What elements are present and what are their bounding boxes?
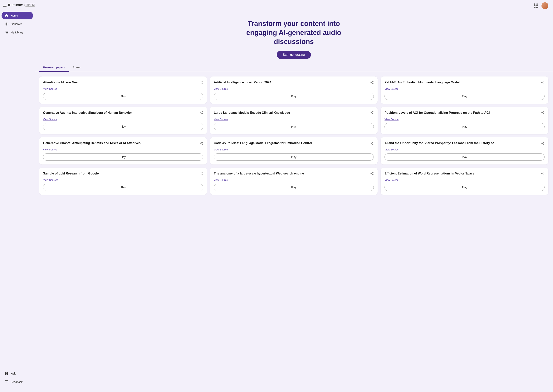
waveform-icon [5,22,8,26]
view-source-link[interactable]: View Source [385,179,545,181]
tab-research-papers[interactable]: Research papers [39,63,69,72]
sidebar-bottom: Help Feedback [0,370,35,389]
card-title: Generative Agents: Interactive Simulacra… [43,111,200,115]
share-icon[interactable] [370,111,374,115]
start-generating-button[interactable]: Start generating [277,51,311,59]
view-source-link[interactable]: View Source [43,118,203,121]
svg-rect-2 [6,23,7,26]
card-item: PaLM-E: An Embodied Multimodal Language … [381,77,548,104]
share-icon[interactable] [370,81,374,85]
share-icon[interactable] [370,141,374,146]
header-bar [35,0,553,12]
card-header: Position: Levels of AGI for Operationali… [385,111,545,115]
svg-line-9 [201,82,202,82]
play-button[interactable]: Play [43,184,203,191]
main-content: Transform your content into engaging AI-… [35,0,553,392]
svg-line-64 [542,173,543,173]
view-source-link[interactable]: View Source [43,87,203,90]
hero-title: Transform your content into engaging AI-… [236,19,351,46]
share-icon[interactable] [541,172,545,176]
view-source-link[interactable]: View Source [214,87,374,90]
play-button[interactable]: Play [385,123,545,130]
svg-line-19 [542,82,543,82]
card-header: PaLM-E: An Embodied Multimodal Language … [385,80,545,85]
svg-rect-4 [7,24,8,24]
play-button[interactable]: Play [214,153,374,161]
play-button[interactable]: Play [214,93,374,100]
tab-books[interactable]: Books [69,63,84,72]
play-button[interactable]: Play [43,153,203,161]
svg-line-13 [372,83,373,83]
help-icon [5,372,8,376]
svg-line-14 [372,82,373,82]
sidebar-item-help[interactable]: Help [1,370,33,377]
card-item: Position: Levels of AGI for Operationali… [381,107,548,134]
card-item: Sample of LLM Research from Google View … [39,168,207,195]
svg-line-33 [542,113,543,114]
card-title: Position: Levels of AGI for Operationali… [385,111,541,115]
share-icon[interactable] [541,141,545,146]
card-header: Sample of LLM Research from Google [43,171,203,176]
svg-line-28 [372,113,373,114]
play-button[interactable]: Play [214,184,374,191]
card-title: Large Language Models Encode Clinical Kn… [214,111,371,115]
card-header: Efficient Estimation of Word Representat… [385,171,545,176]
view-source-link[interactable]: View Source [214,118,374,121]
svg-line-23 [201,113,202,114]
play-button[interactable]: Play [43,93,203,100]
svg-line-44 [372,142,373,143]
share-icon[interactable] [370,172,374,176]
svg-line-29 [372,112,373,113]
svg-line-49 [542,142,543,143]
view-source-link[interactable]: View Source [385,148,545,151]
card-title: AI and the Opportunity for Shared Prospe… [385,141,541,145]
card-header: Code as Policies: Language Model Program… [214,141,374,146]
view-source-link[interactable]: View Source [43,148,203,151]
view-source-link[interactable]: View Source [385,118,545,121]
svg-line-43 [372,144,373,144]
sidebar-item-feedback[interactable]: Feedback [1,378,33,386]
view-source-link[interactable]: View Source [385,87,545,90]
svg-line-18 [542,83,543,83]
card-title: Efficient Estimation of Word Representat… [385,171,541,176]
card-item: Code as Policies: Language Model Program… [210,137,378,164]
share-icon[interactable] [541,81,545,85]
card-title: Sample of LLM Research from Google [43,171,200,176]
library-icon [5,31,8,34]
share-icon[interactable] [541,111,545,115]
svg-line-8 [201,83,202,83]
svg-line-59 [372,173,373,173]
play-button[interactable]: Play [385,93,545,100]
card-item: Attention is All You Need View Source Pl… [39,77,207,104]
svg-line-39 [201,142,202,143]
share-icon[interactable] [200,172,203,176]
share-icon[interactable] [200,81,203,85]
tabs-bar: Research papers Books [35,63,553,72]
svg-line-54 [201,173,202,173]
hamburger-button[interactable] [3,4,7,7]
home-icon [5,14,8,17]
apps-icon[interactable] [534,3,539,8]
nav-items: Home Generate My Library [0,12,35,370]
card-title: Attention is All You Need [43,80,200,84]
view-source-link[interactable]: View Sources [43,179,203,181]
view-source-link[interactable]: View Source [214,179,374,181]
view-source-link[interactable]: View Source [214,148,374,151]
sidebar-item-generate[interactable]: Generate [1,20,33,28]
card-item: Large Language Models Encode Clinical Kn… [210,107,378,134]
avatar[interactable] [541,2,548,9]
card-header: The anatomy of a large-scale hypertextua… [214,171,374,176]
card-item: Artificial Intelligence Index Report 202… [210,77,378,104]
play-button[interactable]: Play [385,153,545,161]
share-icon[interactable] [200,141,203,146]
sidebar-item-home[interactable]: Home [1,12,33,19]
svg-line-48 [542,144,543,144]
play-button[interactable]: Play [385,184,545,191]
card-title: PaLM-E: An Embodied Multimodal Language … [385,80,541,84]
sidebar-item-library[interactable]: My Library [1,29,33,36]
play-button[interactable]: Play [214,123,374,130]
card-item: The anatomy of a large-scale hypertextua… [210,168,378,195]
svg-line-34 [542,112,543,113]
share-icon[interactable] [200,111,203,115]
play-button[interactable]: Play [43,123,203,130]
